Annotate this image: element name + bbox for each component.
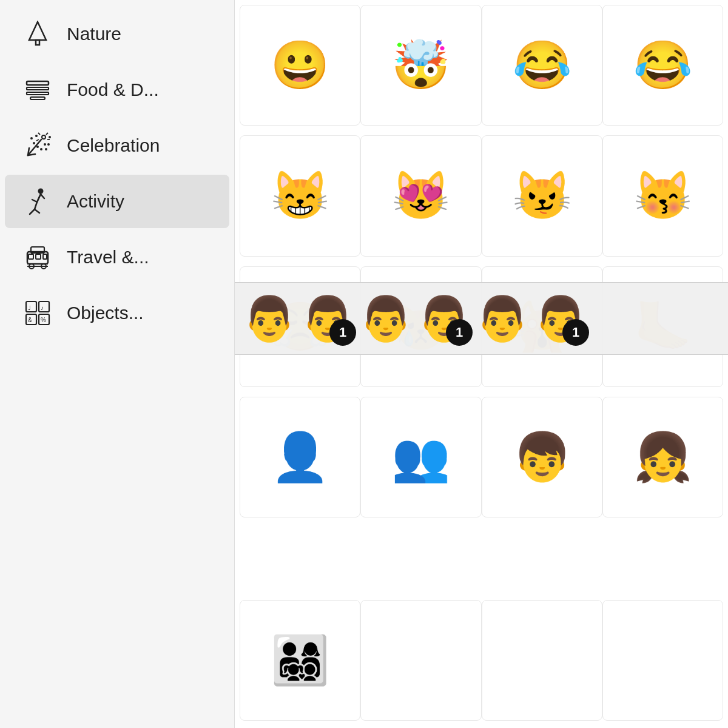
emoji-row-2: 😸 😻 😼 😽 <box>235 130 728 261</box>
sidebar-objects-label: Objects... <box>67 303 144 323</box>
emoji-cell[interactable]: 👤 <box>240 397 360 517</box>
svg-rect-35 <box>43 254 47 259</box>
emoji-cell-empty <box>482 600 602 721</box>
sidebar-item-activity[interactable]: Activity <box>5 175 229 228</box>
svg-rect-34 <box>36 254 41 259</box>
svg-point-20 <box>30 137 33 140</box>
activity-icon <box>22 186 53 217</box>
preview-emoji-1[interactable]: 👨 <box>242 293 297 345</box>
sidebar-item-food[interactable]: Food & D... <box>5 63 229 116</box>
svg-text:&: & <box>28 317 32 323</box>
svg-point-21 <box>45 148 47 150</box>
svg-point-19 <box>49 136 51 138</box>
preview-emoji-4[interactable]: 👨 1 <box>417 293 471 345</box>
emoji-cell[interactable]: 👥 <box>360 397 481 517</box>
svg-line-6 <box>28 140 41 155</box>
svg-line-13 <box>36 140 39 141</box>
svg-rect-4 <box>27 92 49 95</box>
svg-line-24 <box>37 194 41 202</box>
svg-line-28 <box>35 209 39 213</box>
emoji-cell[interactable]: 👨‍👩‍👧‍👦 <box>240 600 360 721</box>
svg-point-15 <box>35 135 38 137</box>
sidebar-food-label: Food & D... <box>67 79 159 100</box>
preview-emoji-3[interactable]: 👨 <box>359 293 413 345</box>
svg-point-16 <box>47 143 50 146</box>
svg-rect-1 <box>36 40 39 45</box>
sidebar-nature-label: Nature <box>67 24 121 44</box>
svg-rect-3 <box>27 87 49 90</box>
emoji-cell[interactable]: 😂 <box>482 5 602 126</box>
objects-icon: ♩ ♪ & % <box>22 297 53 329</box>
sidebar-item-travel[interactable]: Travel &... <box>5 231 229 284</box>
svg-line-29 <box>41 194 44 198</box>
emoji-scroll-area[interactable]: 😀 🤯 😂 😂 😸 😻 😼 😽 😤 😿 🙀 🦶 👤 👥 👦 👧 <box>235 0 728 728</box>
emoji-cell[interactable]: 😀 <box>240 5 360 126</box>
sidebar-activity-label: Activity <box>67 191 124 212</box>
emoji-cell[interactable]: 😂 <box>602 5 723 126</box>
svg-line-11 <box>46 133 48 135</box>
sidebar-item-nature[interactable]: Nature <box>5 7 229 61</box>
svg-line-26 <box>35 202 37 209</box>
svg-text:♩: ♩ <box>28 305 31 311</box>
svg-point-18 <box>40 148 42 150</box>
emoji-cell[interactable]: 👦 <box>482 397 602 517</box>
svg-line-25 <box>32 200 37 202</box>
emoji-cell-empty <box>602 600 723 721</box>
emoji-cell[interactable]: 👧 <box>602 397 723 517</box>
svg-point-23 <box>38 189 44 194</box>
svg-rect-33 <box>29 254 33 259</box>
sidebar-item-celebration[interactable]: Celebration <box>5 119 229 172</box>
svg-rect-5 <box>30 97 45 99</box>
emoji-row-4: 👤 👥 👦 👧 <box>235 392 728 522</box>
svg-line-10 <box>38 133 40 135</box>
emoji-row-1: 😀 🤯 😂 😂 <box>235 0 728 130</box>
food-icon <box>22 74 53 106</box>
emoji-cell[interactable]: 😽 <box>602 135 723 256</box>
svg-point-17 <box>33 142 35 144</box>
preview-badge-2: 1 <box>329 319 356 346</box>
sidebar-travel-label: Travel &... <box>67 247 149 268</box>
celebration-icon <box>22 130 53 161</box>
travel-icon <box>22 241 53 273</box>
sidebar-celebration-label: Celebration <box>67 135 160 156</box>
svg-text:♪: ♪ <box>41 305 44 311</box>
emoji-row-5: 👨‍👩‍👧‍👦 <box>235 595 728 726</box>
svg-point-14 <box>44 143 46 146</box>
sidebar-item-objects[interactable]: ♩ ♪ & % Objects... <box>5 286 229 340</box>
preview-badge-4: 1 <box>446 319 473 346</box>
svg-marker-0 <box>29 22 46 40</box>
svg-line-27 <box>30 209 35 214</box>
emoji-cell[interactable]: 😼 <box>482 135 602 256</box>
preview-emoji-5[interactable]: 👨 <box>475 293 530 345</box>
emoji-cell[interactable]: 😻 <box>360 135 481 256</box>
preview-emoji-6[interactable]: 👨 1 <box>533 293 588 345</box>
svg-point-22 <box>36 146 39 148</box>
emoji-cell[interactable]: 😸 <box>240 135 360 256</box>
nature-icon <box>22 18 53 50</box>
svg-text:%: % <box>41 317 46 323</box>
svg-point-9 <box>42 135 46 139</box>
svg-rect-2 <box>27 81 49 85</box>
emoji-cell-empty <box>360 600 481 721</box>
emoji-main-area: 😀 🤯 😂 😂 😸 😻 😼 😽 😤 😿 🙀 🦶 👤 👥 👦 👧 <box>235 0 728 728</box>
emoji-preview-strip: 👨 👨 1 👨 👨 1 👨 👨 1 <box>235 282 728 355</box>
sidebar: Nature Food & D... <box>0 0 235 728</box>
preview-emoji-2[interactable]: 👨 1 <box>300 293 355 345</box>
emoji-cell[interactable]: 🤯 <box>360 5 481 126</box>
preview-badge-6: 1 <box>562 319 589 346</box>
emoji-row-6 <box>235 726 728 728</box>
